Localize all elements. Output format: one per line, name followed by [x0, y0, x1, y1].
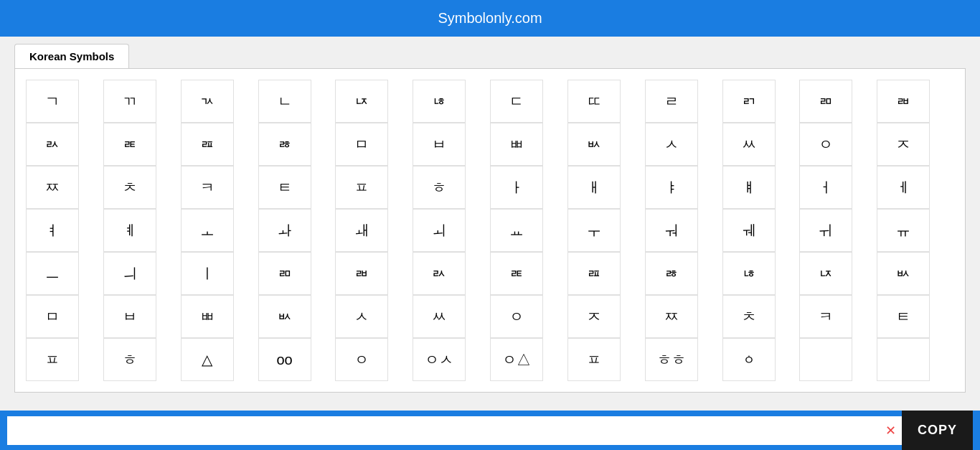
symbol-cell[interactable]: [877, 338, 930, 381]
symbol-cell[interactable]: ㅈ: [567, 295, 621, 338]
symbol-cell[interactable]: ㅇㅅ: [413, 338, 466, 381]
symbol-cell[interactable]: ㅋ: [799, 295, 852, 338]
symbol-cell[interactable]: ㅈ: [877, 123, 930, 166]
symbol-cell[interactable]: [799, 338, 852, 381]
symbol-cell[interactable]: ㅂ: [413, 123, 466, 166]
symbol-cell[interactable]: ㅠ: [877, 209, 930, 252]
symbol-cell[interactable]: oo: [258, 338, 311, 381]
symbol-cell[interactable]: ㄴ: [258, 80, 311, 123]
symbol-cell[interactable]: ㅇ: [799, 123, 852, 166]
symbol-cell[interactable]: ㄹ: [645, 80, 698, 123]
site-title: Symbolonly.com: [438, 10, 542, 26]
symbol-cell[interactable]: ㅜ: [567, 209, 621, 252]
symbol-cell[interactable]: ㄶ: [722, 252, 776, 295]
symbol-cell[interactable]: ㅌ: [258, 166, 311, 209]
tab-bar: Korean Symbols: [14, 44, 966, 68]
symbol-cell[interactable]: ㅆ: [413, 295, 466, 338]
symbol-cell[interactable]: △: [181, 338, 234, 381]
symbol-cell[interactable]: ㅢ: [103, 252, 156, 295]
page-content: Korean Symbols ㄱㄲㄳㄴㄵㄶㄷㄸㄹㄺㄻㄼㄽㄾㄿㅀㅁㅂㅃㅄㅅㅆㅇㅈㅉ…: [0, 37, 980, 400]
symbol-cell[interactable]: ㅂ: [103, 295, 156, 338]
symbol-cell[interactable]: ㅀ: [258, 123, 311, 166]
symbol-cell[interactable]: ㄷ: [490, 80, 543, 123]
symbol-cell[interactable]: ㅁ: [26, 295, 79, 338]
symbol-cell[interactable]: ㅇ: [490, 295, 543, 338]
symbol-cell[interactable]: ㅄ: [258, 295, 311, 338]
symbol-cell[interactable]: ㅒ: [722, 166, 776, 209]
symbol-cell[interactable]: ㅖ: [103, 209, 156, 252]
symbol-cell[interactable]: ㅍ: [26, 338, 79, 381]
symbol-cell[interactable]: ㄽ: [413, 252, 466, 295]
symbol-cell[interactable]: ㅎ: [413, 166, 466, 209]
symbol-cell[interactable]: ㅔ: [877, 166, 930, 209]
symbol-cell[interactable]: ㅍ: [335, 166, 388, 209]
symbol-cell[interactable]: ㄶ: [413, 80, 466, 123]
symbol-cell[interactable]: ㅏ: [490, 166, 543, 209]
symbol-cell[interactable]: ㆁ: [722, 338, 776, 381]
symbol-cell[interactable]: ㅗ: [181, 209, 234, 252]
symbol-cell[interactable]: ㄸ: [567, 80, 621, 123]
symbol-cell[interactable]: ㄿ: [181, 123, 234, 166]
symbol-cell[interactable]: ㅅ: [335, 295, 388, 338]
symbol-cell[interactable]: ㅊ: [722, 295, 776, 338]
symbol-cell[interactable]: ㅓ: [799, 166, 852, 209]
symbol-cell[interactable]: ㅄ: [567, 123, 621, 166]
symbol-cell[interactable]: ㄳ: [181, 80, 234, 123]
symbol-cell[interactable]: ㅁ: [335, 123, 388, 166]
symbol-cell[interactable]: ㅡ: [26, 252, 79, 295]
symbol-cell[interactable]: ㅐ: [567, 166, 621, 209]
symbol-cell[interactable]: ㅌ: [877, 295, 930, 338]
symbol-cell[interactable]: ㄿ: [567, 252, 621, 295]
symbol-cell[interactable]: ㅣ: [181, 252, 234, 295]
symbol-cell[interactable]: ㅚ: [413, 209, 466, 252]
symbol-cell[interactable]: ㄾ: [490, 252, 543, 295]
symbol-cell[interactable]: ㅊ: [103, 166, 156, 209]
symbol-grid-container: ㄱㄲㄳㄴㄵㄶㄷㄸㄹㄺㄻㄼㄽㄾㄿㅀㅁㅂㅃㅄㅅㅆㅇㅈㅉㅊㅋㅌㅍㅎㅏㅐㅑㅒㅓㅔㅕㅖㅗㅘ…: [14, 68, 966, 393]
symbol-cell[interactable]: ㅍ: [567, 338, 621, 381]
symbol-cell[interactable]: ㅎ: [103, 338, 156, 381]
symbol-cell[interactable]: ㄲ: [103, 80, 156, 123]
symbol-cell[interactable]: ㄵ: [799, 252, 852, 295]
symbol-cell[interactable]: ㄱ: [26, 80, 79, 123]
symbol-cell[interactable]: ㅆ: [722, 123, 776, 166]
symbol-cell[interactable]: ㅞ: [722, 209, 776, 252]
symbol-cell[interactable]: ㄻ: [799, 80, 852, 123]
symbol-cell[interactable]: ㄺ: [722, 80, 776, 123]
symbol-cell[interactable]: ㅎㅎ: [645, 338, 698, 381]
symbol-cell[interactable]: ㄵ: [335, 80, 388, 123]
symbol-cell[interactable]: ㅅ: [645, 123, 698, 166]
site-header: Symbolonly.com: [0, 0, 980, 37]
symbol-cell[interactable]: ㅝ: [645, 209, 698, 252]
symbol-cell[interactable]: ㅃ: [490, 123, 543, 166]
symbol-cell[interactable]: ㅛ: [490, 209, 543, 252]
symbol-grid: ㄱㄲㄳㄴㄵㄶㄷㄸㄹㄺㄻㄼㄽㄾㄿㅀㅁㅂㅃㅄㅅㅆㅇㅈㅉㅊㅋㅌㅍㅎㅏㅐㅑㅒㅓㅔㅕㅖㅗㅘ…: [26, 80, 954, 381]
symbol-cell[interactable]: ㅉ: [26, 166, 79, 209]
symbol-cell[interactable]: ㅕ: [26, 209, 79, 252]
symbol-cell[interactable]: ㅋ: [181, 166, 234, 209]
symbol-cell[interactable]: ㅃ: [181, 295, 234, 338]
symbol-cell[interactable]: ㄼ: [877, 80, 930, 123]
symbol-cell[interactable]: ㅑ: [645, 166, 698, 209]
symbol-cell[interactable]: ㄻ: [258, 252, 311, 295]
symbol-cell[interactable]: ㅄ: [877, 252, 930, 295]
symbol-cell[interactable]: ㅇ△: [490, 338, 543, 381]
symbol-cell[interactable]: ㅙ: [335, 209, 388, 252]
symbol-cell[interactable]: ㅘ: [258, 209, 311, 252]
symbol-cell[interactable]: ㅉ: [645, 295, 698, 338]
symbol-cell[interactable]: ㅟ: [799, 209, 852, 252]
symbol-cell[interactable]: ㅇ: [335, 338, 388, 381]
symbol-cell[interactable]: ㄽ: [26, 123, 79, 166]
symbol-cell[interactable]: ㄾ: [103, 123, 156, 166]
tab-korean-symbols[interactable]: Korean Symbols: [14, 44, 129, 68]
symbol-cell[interactable]: ㄼ: [335, 252, 388, 295]
symbol-cell[interactable]: ㅀ: [645, 252, 698, 295]
